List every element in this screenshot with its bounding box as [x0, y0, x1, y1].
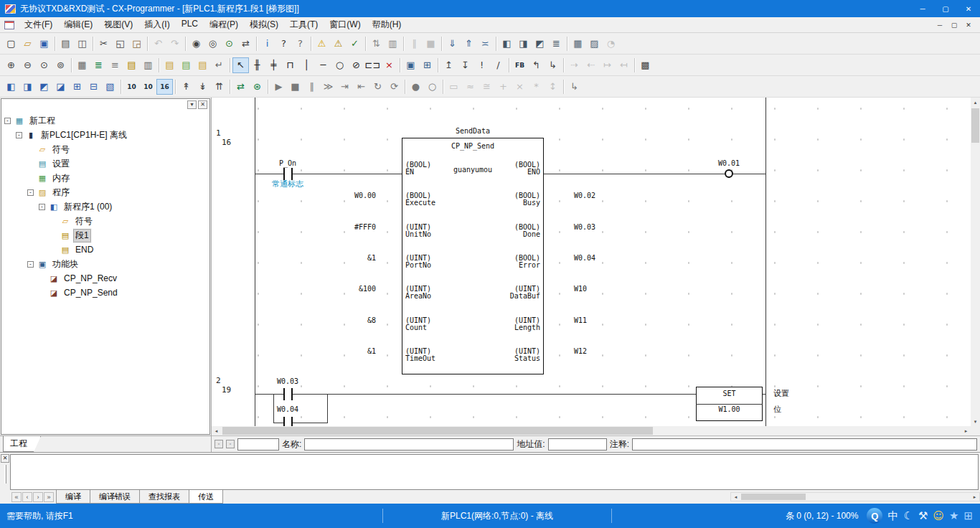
monitor-interval-10-button[interactable]: 10 [123, 79, 140, 95]
tree-item-program1-symbols[interactable]: ▱符号 [1, 214, 209, 228]
force-off-button[interactable]: × [512, 79, 528, 95]
transfer-to-plc-button[interactable]: ⇓ [444, 36, 461, 52]
horizontal-scroll-track[interactable] [221, 426, 961, 435]
differential-up-button[interactable]: ↥ [440, 57, 457, 73]
go-to-next-address-button[interactable]: ⇢ [566, 57, 583, 73]
insert-rung-below-button[interactable]: ↳ [545, 57, 561, 73]
new-coil-button[interactable]: ○ [331, 57, 348, 73]
work-online-button[interactable]: ⇅ [368, 36, 385, 52]
context-help-button[interactable]: ? [292, 36, 308, 52]
output-tab-nav-button-2[interactable]: › [33, 492, 43, 502]
output-tab-nav-button-1[interactable]: ‹ [22, 492, 32, 502]
name-bar-button-1[interactable]: ▫ [215, 440, 223, 448]
go-to-next-output-button[interactable]: ↦ [599, 57, 616, 73]
undo-button[interactable]: ↶ [150, 36, 166, 52]
simulator-stop-button[interactable]: ■ [287, 79, 303, 95]
expander-icon[interactable]: - [39, 204, 45, 210]
immediate-refresh-button[interactable]: ! [473, 57, 490, 73]
step-in-button[interactable]: ⇥ [336, 79, 353, 95]
show-watch-window-button[interactable]: ◩ [36, 79, 52, 95]
ime-chinese-icon[interactable]: 中 [887, 509, 898, 523]
plc-settings-button[interactable]: ▨ [586, 36, 603, 52]
expander-icon[interactable]: - [27, 261, 34, 268]
redo-button[interactable]: ↷ [166, 36, 183, 52]
output-close-button[interactable]: ✕ [1, 454, 9, 463]
tree-item-symbols[interactable]: ▱符号 [1, 142, 209, 156]
copy-button[interactable]: ◱ [112, 36, 128, 52]
output-tab-3[interactable]: 传送 [189, 490, 223, 504]
compare-with-plc-button[interactable]: ≍ [477, 36, 494, 52]
scroll-up-button[interactable]: ▴ [971, 98, 980, 107]
go-to-previous-address-button[interactable]: ⇠ [583, 57, 599, 73]
output-content[interactable] [10, 454, 979, 490]
vertical-scroll-thumb[interactable] [971, 108, 979, 143]
simulator-online-button[interactable]: ⇄ [232, 79, 249, 95]
new-fb-parameter-button[interactable]: ⊞ [419, 57, 435, 73]
horizontal-scroll-thumb[interactable] [222, 427, 653, 435]
apps-grid-icon[interactable]: ⊞ [963, 509, 973, 522]
differential-monitor-button[interactable]: ↕ [545, 79, 561, 95]
simulator-pause-button[interactable]: ∥ [303, 79, 320, 95]
workspace-tab-project[interactable]: 工程 [3, 436, 41, 452]
output-scroll-left-button[interactable]: ◂ [731, 493, 740, 501]
zoom-to-fit-button[interactable]: ⊙ [36, 57, 52, 73]
paste-button[interactable]: ◲ [128, 36, 145, 52]
program-mode-button[interactable]: ■ [423, 36, 439, 52]
tree-item-settings[interactable]: ▤设置 [1, 156, 209, 171]
show-instruction-comments-button[interactable]: ≡ [107, 57, 123, 73]
contact-w0-03[interactable] [291, 388, 293, 400]
tree-item-fb-send[interactable]: ◪CP_NP_Send [1, 286, 209, 300]
about-button[interactable]: i [259, 36, 275, 52]
new-or-contact-button[interactable]: ⊓ [282, 57, 298, 73]
ladder-vertical-scrollbar[interactable]: ▴ ▾ [971, 98, 980, 426]
edit-fb-definition-button[interactable]: FB [512, 57, 528, 73]
workspace-menu-button[interactable]: ▾ [187, 100, 197, 109]
vertical-scroll-track[interactable] [971, 107, 980, 417]
output-tab-0[interactable]: 编译 [56, 490, 90, 504]
tree-item-section1[interactable]: ▤段1 [1, 228, 209, 242]
scroll-down-button[interactable]: ▾ [971, 417, 980, 426]
comment-input[interactable] [632, 438, 977, 451]
find-replace-button[interactable]: ◎ [204, 36, 221, 52]
output-tab-nav-button-3[interactable]: » [44, 492, 54, 502]
print-preview-button[interactable]: ◫ [74, 36, 90, 52]
scroll-left-button[interactable]: ◂ [212, 426, 221, 435]
zoom-out-button[interactable]: ⊖ [19, 57, 36, 73]
io-table-button[interactable]: ≣ [548, 36, 565, 52]
tree-item-section-end[interactable]: ▤END [1, 242, 209, 257]
monitor-mode-button[interactable]: ▥ [385, 36, 401, 52]
output-tab-2[interactable]: 查找报表 [139, 490, 189, 504]
time-chart-monitor-button[interactable]: ≅ [479, 79, 495, 95]
force-cancel-button[interactable]: * [528, 79, 545, 95]
menu-help[interactable]: 帮助(H) [367, 17, 407, 32]
menu-plc[interactable]: PLC [176, 17, 204, 32]
local-symbol-table-button[interactable]: ▤ [194, 57, 211, 73]
tree-item-memory[interactable]: ▦内存 [1, 171, 209, 185]
new-instruction-button[interactable]: ⊏⊐ [364, 57, 381, 73]
set-breakpoint-button[interactable]: ● [407, 79, 424, 95]
window-cascade-button[interactable]: ◧ [499, 36, 515, 52]
show-sections-button[interactable]: ▤ [123, 57, 140, 73]
save-project-button[interactable]: ▣ [36, 36, 52, 52]
project-tree[interactable]: ▾ ✕ -▦新工程-▮新PLC1[CP1H-E] 离线▱符号▤设置▦内存-▨程序… [1, 98, 210, 435]
contact-p-on[interactable] [283, 168, 285, 180]
select-tool-button[interactable]: ↖ [232, 57, 249, 73]
tree-item-programs[interactable]: -▨程序 [1, 185, 209, 199]
address-input[interactable] [548, 438, 607, 451]
menu-program[interactable]: 编程(P) [204, 17, 244, 32]
show-io-comment-view-button[interactable]: ▧ [102, 79, 118, 95]
tree-item-new-project[interactable]: -▦新工程 [1, 113, 209, 128]
print-button[interactable]: ▤ [57, 36, 74, 52]
new-contact-button[interactable]: ╫ [249, 57, 265, 73]
new-closed-contact-button[interactable]: ╪ [265, 57, 282, 73]
previous-reference-button[interactable]: ↟ [178, 79, 194, 95]
contact-p-on[interactable] [291, 168, 293, 180]
expander-icon[interactable]: - [16, 132, 22, 138]
show-monitor-windows-button[interactable]: ⊟ [85, 79, 102, 95]
toggle-rung-wrap-button[interactable]: ↵ [211, 57, 227, 73]
menu-edit[interactable]: 编辑(E) [58, 17, 98, 32]
output-scrollbar[interactable]: ◂ ▸ [730, 492, 980, 501]
contact-w0-04[interactable] [291, 417, 293, 426]
element-display-box[interactable] [237, 438, 279, 451]
work-online-simulator-button[interactable]: ▭ [446, 79, 462, 95]
